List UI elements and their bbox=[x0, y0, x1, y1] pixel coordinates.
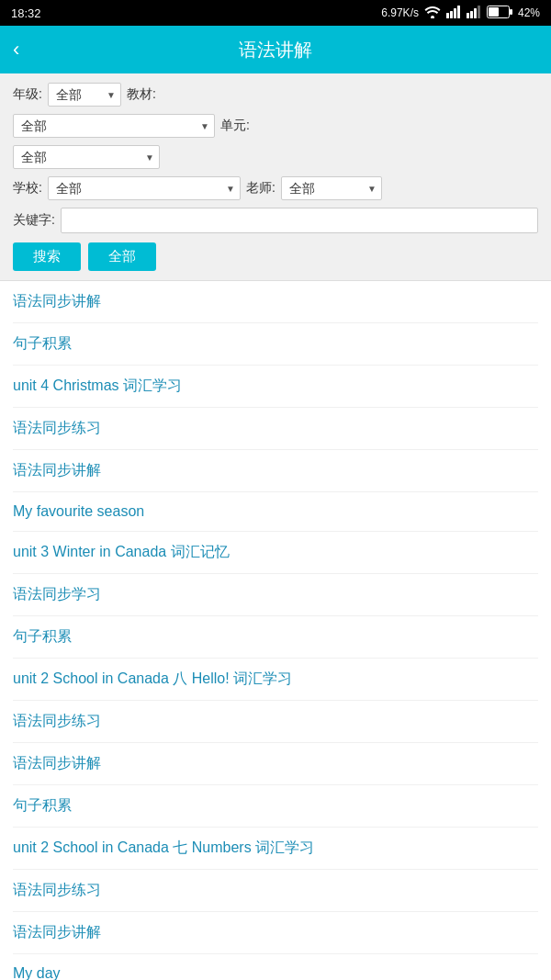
list-item[interactable]: My favourite season bbox=[13, 492, 538, 532]
svg-rect-4 bbox=[457, 6, 460, 18]
svg-rect-11 bbox=[489, 7, 499, 17]
status-bar: 18:32 6.97K/s bbox=[0, 0, 551, 26]
list-item[interactable]: 语法同步讲解 bbox=[13, 912, 538, 954]
unit-label: 单元: bbox=[220, 118, 250, 134]
list-item[interactable]: unit 2 School in Canada 八 Hello! 词汇学习 bbox=[13, 659, 538, 701]
svg-rect-2 bbox=[450, 11, 453, 18]
teacher-label: 老师: bbox=[246, 180, 276, 197]
list-item[interactable]: 语法同步练习 bbox=[13, 701, 538, 743]
status-right: 6.97K/s bbox=[381, 6, 540, 21]
teacher-select[interactable]: 全部 bbox=[281, 176, 382, 200]
list-item[interactable]: 句子积累 bbox=[13, 616, 538, 659]
svg-point-0 bbox=[431, 16, 434, 18]
svg-rect-8 bbox=[478, 6, 480, 18]
list-item[interactable]: 语法同步讲解 bbox=[13, 281, 538, 323]
list-item[interactable]: 语法同步练习 bbox=[13, 870, 538, 912]
material-select[interactable]: 全部 bbox=[13, 114, 215, 138]
signal-icon bbox=[446, 6, 461, 21]
list-item[interactable]: 语法同步讲解 bbox=[13, 450, 538, 492]
list-item[interactable]: My day bbox=[13, 954, 538, 980]
wifi-icon bbox=[424, 6, 441, 21]
list-item[interactable]: 句子积累 bbox=[13, 323, 538, 366]
header-title: 语法讲解 bbox=[239, 38, 312, 62]
svg-rect-5 bbox=[467, 13, 469, 18]
keyword-label: 关键字: bbox=[13, 212, 55, 229]
keyword-row: 关键字: bbox=[13, 208, 538, 233]
list-item[interactable]: 句子积累 bbox=[13, 785, 538, 828]
svg-rect-1 bbox=[446, 13, 449, 18]
button-row: 搜索 全部 bbox=[13, 242, 538, 271]
all-button[interactable]: 全部 bbox=[88, 242, 156, 271]
battery-percent: 42% bbox=[518, 6, 540, 19]
filter-row-1: 年级: 全部 ▼ 教材: bbox=[13, 83, 538, 107]
list-container: 语法同步讲解句子积累unit 4 Christmas 词汇学习语法同步练习语法同… bbox=[0, 281, 551, 980]
unit-select[interactable]: 全部 bbox=[13, 145, 160, 169]
signal2-icon bbox=[467, 6, 481, 21]
list-item[interactable]: unit 4 Christmas 词汇学习 bbox=[13, 366, 538, 408]
network-speed: 6.97K/s bbox=[381, 6, 419, 19]
school-select[interactable]: 全部 bbox=[48, 176, 241, 200]
filter-panel: 年级: 全部 ▼ 教材: 全部 ▼ 单元: 全部 ▼ 学校: bbox=[0, 73, 551, 281]
list-item[interactable]: 语法同步学习 bbox=[13, 574, 538, 616]
material-select-wrapper[interactable]: 全部 ▼ bbox=[13, 114, 215, 138]
svg-rect-6 bbox=[470, 11, 473, 18]
battery-icon bbox=[487, 6, 512, 21]
list-item[interactable]: 语法同步讲解 bbox=[13, 743, 538, 785]
filter-row-2: 全部 ▼ 单元: bbox=[13, 114, 538, 138]
keyword-input[interactable] bbox=[61, 208, 538, 233]
grade-select-wrapper[interactable]: 全部 ▼ bbox=[48, 83, 121, 107]
filter-row-3: 全部 ▼ bbox=[13, 145, 538, 169]
svg-rect-3 bbox=[454, 8, 456, 18]
back-button[interactable]: ‹ bbox=[13, 38, 19, 62]
material-label: 教材: bbox=[127, 86, 156, 103]
school-label: 学校: bbox=[13, 180, 42, 197]
list-item[interactable]: unit 3 Winter in Canada 词汇记忆 bbox=[13, 532, 538, 574]
list-item[interactable]: unit 2 School in Canada 七 Numbers 词汇学习 bbox=[13, 828, 538, 870]
grade-label: 年级: bbox=[13, 86, 42, 103]
unit-select-wrapper[interactable]: 全部 ▼ bbox=[13, 145, 160, 169]
teacher-select-wrapper[interactable]: 全部 ▼ bbox=[281, 176, 382, 200]
search-button[interactable]: 搜索 bbox=[13, 242, 81, 271]
filter-row-4: 学校: 全部 ▼ 老师: 全部 ▼ bbox=[13, 176, 538, 200]
school-select-wrapper[interactable]: 全部 ▼ bbox=[48, 176, 241, 200]
status-time: 18:32 bbox=[11, 6, 41, 20]
svg-rect-10 bbox=[510, 9, 512, 15]
header: ‹ 语法讲解 bbox=[0, 26, 551, 73]
svg-rect-7 bbox=[474, 8, 477, 18]
grade-select[interactable]: 全部 bbox=[48, 83, 121, 107]
list-item[interactable]: 语法同步练习 bbox=[13, 408, 538, 450]
